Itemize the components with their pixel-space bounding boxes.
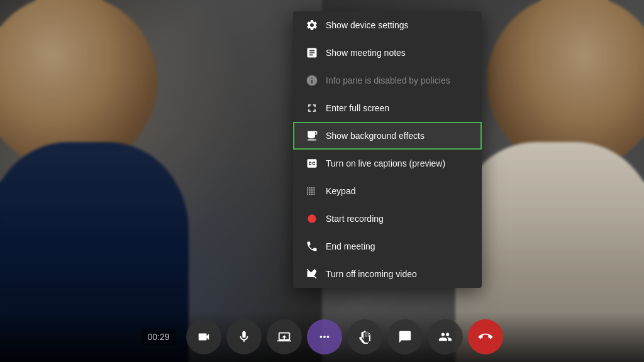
- video-off-icon: [306, 268, 318, 280]
- captions-icon: [306, 157, 318, 170]
- menu-label-show-device-settings: Show device settings: [326, 20, 409, 30]
- fullscreen-icon: [306, 102, 318, 114]
- call-timer: 00:29: [141, 328, 175, 346]
- notes-icon: [306, 47, 318, 59]
- menu-item-keypad[interactable]: Keypad: [293, 177, 482, 205]
- menu-label-end-meeting: End meeting: [326, 241, 375, 251]
- menu-item-turn-off-incoming-video[interactable]: Turn off incoming video: [293, 260, 482, 288]
- raise-hand-button[interactable]: [347, 319, 382, 354]
- menu-label-live-captions: Turn on live captions (preview): [326, 158, 445, 168]
- menu-label-turn-off-incoming-video: Turn off incoming video: [326, 269, 417, 279]
- share-screen-button[interactable]: [267, 319, 302, 354]
- menu-item-show-meeting-notes[interactable]: Show meeting notes: [293, 39, 482, 67]
- gear-icon: [306, 19, 318, 31]
- end-meeting-icon: [306, 240, 318, 253]
- menu-label-keypad: Keypad: [326, 186, 355, 196]
- record-icon: [306, 212, 318, 225]
- toolbar: 00:29: [0, 312, 644, 362]
- camera-button[interactable]: [186, 319, 221, 354]
- menu-label-enter-full-screen: Enter full screen: [326, 103, 389, 113]
- more-options-button[interactable]: [307, 319, 342, 354]
- svg-point-0: [308, 214, 316, 222]
- participants-button[interactable]: [428, 319, 463, 354]
- context-menu: Show device settings Show meeting notes …: [293, 11, 482, 288]
- keypad-icon: [306, 185, 318, 197]
- end-call-button[interactable]: [468, 319, 503, 354]
- background-icon: [306, 129, 318, 142]
- menu-label-show-meeting-notes: Show meeting notes: [326, 48, 406, 58]
- menu-label-show-background-effects: Show background effects: [326, 131, 425, 141]
- menu-item-show-device-settings[interactable]: Show device settings: [293, 11, 482, 39]
- menu-label-start-recording: Start recording: [326, 214, 384, 224]
- menu-item-live-captions[interactable]: Turn on live captions (preview): [293, 150, 482, 177]
- info-icon: [306, 74, 318, 87]
- menu-item-start-recording[interactable]: Start recording: [293, 205, 482, 233]
- microphone-button[interactable]: [226, 319, 262, 354]
- menu-item-show-background-effects[interactable]: Show background effects: [293, 122, 482, 150]
- menu-item-end-meeting[interactable]: End meeting: [293, 233, 482, 260]
- chat-button[interactable]: [387, 319, 423, 354]
- menu-item-enter-full-screen[interactable]: Enter full screen: [293, 94, 482, 122]
- menu-item-info-pane-disabled: Info pane is disabled by policies: [293, 67, 482, 94]
- menu-label-info-pane-disabled: Info pane is disabled by policies: [326, 75, 450, 85]
